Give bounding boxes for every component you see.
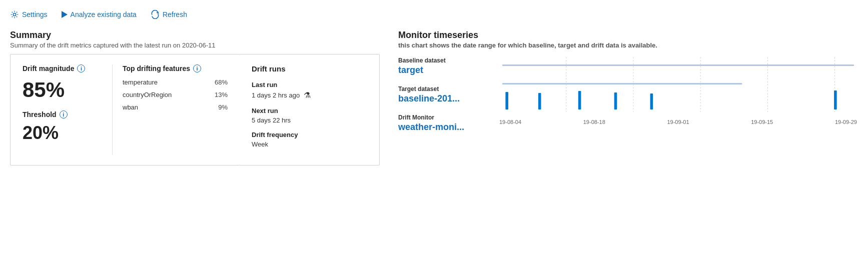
- date-label-3: 19-09-15: [751, 119, 773, 125]
- svg-rect-7: [502, 83, 742, 84]
- top-drifting-label: Top drifting features i: [123, 64, 228, 72]
- drift-runs-card: Drift runs Last run 1 days 2 hrs ago ⚗ N…: [240, 54, 380, 166]
- target-dataset-value[interactable]: baseline-201...: [398, 94, 498, 104]
- baseline-dataset-label: Baseline dataset: [398, 57, 498, 64]
- drift-runs-label: Drift runs: [252, 64, 367, 73]
- ts-chart-col: 19-08-04 19-08-18 19-09-01 19-09-15 19-0…: [498, 57, 858, 142]
- feature-row-0: temperature 68%: [123, 78, 228, 86]
- feature-row-2: wban 9%: [123, 104, 228, 111]
- next-run-label: Next run: [252, 107, 367, 114]
- feature-name-1: countryOrRegion: [123, 91, 172, 98]
- feature-pct-2: 9%: [218, 104, 228, 111]
- date-label-4: 19-09-29: [835, 119, 857, 125]
- date-label-1: 19-08-18: [583, 119, 605, 125]
- ts-labels-col: Baseline dataset target Target dataset b…: [398, 57, 498, 142]
- feature-name-0: temperature: [123, 78, 158, 86]
- analyze-label: Analyze existing data: [71, 10, 137, 18]
- svg-rect-11: [614, 92, 617, 110]
- top-drifting-info-icon[interactable]: i: [193, 64, 201, 72]
- drift-magnitude-col: Drift magnitude i 85% Threshold i 20%: [23, 64, 113, 155]
- drift-monitor-label: Drift Monitor: [398, 114, 498, 121]
- svg-rect-8: [505, 92, 508, 110]
- date-label-0: 19-08-04: [499, 119, 521, 125]
- timeseries-body: Baseline dataset target Target dataset b…: [398, 57, 858, 142]
- drift-freq-label: Drift frequency: [252, 131, 367, 138]
- next-run-value: 5 days 22 hrs: [252, 116, 367, 124]
- monitor-subtitle: this chart shows the date range for whic…: [398, 42, 858, 49]
- drift-monitor-value[interactable]: weather-moni...: [398, 122, 498, 132]
- summary-left-card: Drift magnitude i 85% Threshold i 20% To…: [10, 54, 240, 166]
- svg-rect-10: [578, 91, 581, 110]
- flask-icon: ⚗: [304, 90, 311, 100]
- feature-pct-0: 68%: [215, 78, 228, 86]
- svg-point-0: [13, 13, 16, 16]
- threshold-info-icon[interactable]: i: [60, 110, 68, 118]
- refresh-button[interactable]: Refresh: [151, 8, 187, 21]
- date-axis: 19-08-04 19-08-18 19-09-01 19-09-15 19-0…: [498, 119, 858, 125]
- ts-chart-area: [498, 57, 858, 117]
- summary-cards-row: Drift magnitude i 85% Threshold i 20% To…: [10, 54, 390, 166]
- refresh-icon: [151, 10, 160, 19]
- threshold-value: 20%: [23, 122, 102, 144]
- settings-label: Settings: [22, 10, 48, 18]
- target-dataset-label: Target dataset: [398, 86, 498, 92]
- summary-title: Summary: [10, 30, 390, 40]
- svg-rect-9: [538, 93, 541, 110]
- summary-section: Summary Summary of the drift metrics cap…: [10, 30, 390, 166]
- monitor-section: Monitor timeseries this chart shows the …: [398, 30, 858, 142]
- timeseries-chart: [498, 57, 858, 117]
- svg-rect-12: [650, 94, 653, 110]
- gear-icon: [10, 10, 19, 19]
- baseline-dataset-value[interactable]: target: [398, 65, 498, 76]
- date-label-2: 19-09-01: [667, 119, 689, 125]
- drift-magnitude-info-icon[interactable]: i: [77, 64, 85, 72]
- threshold-label: Threshold i: [23, 110, 102, 118]
- feature-row-1: countryOrRegion 13%: [123, 91, 228, 98]
- summary-subtitle: Summary of the drift metrics captured wi…: [10, 42, 390, 49]
- drift-freq-value: Week: [252, 140, 367, 148]
- settings-button[interactable]: Settings: [10, 8, 48, 21]
- drift-magnitude-label: Drift magnitude i: [23, 64, 102, 72]
- svg-rect-6: [502, 64, 854, 66]
- play-icon: [62, 11, 68, 18]
- svg-rect-13: [834, 90, 837, 110]
- feature-name-2: wban: [123, 104, 138, 111]
- drift-magnitude-value: 85%: [23, 78, 102, 102]
- last-run-label: Last run: [252, 81, 367, 88]
- main-layout: Summary Summary of the drift metrics cap…: [10, 30, 858, 166]
- toolbar: Settings Analyze existing data Refresh: [10, 8, 858, 21]
- analyze-button[interactable]: Analyze existing data: [62, 8, 137, 20]
- top-drifting-col: Top drifting features i temperature 68% …: [113, 64, 228, 155]
- last-run-value: 1 days 2 hrs ago ⚗: [252, 90, 367, 100]
- feature-pct-1: 13%: [215, 91, 228, 98]
- refresh-label: Refresh: [163, 10, 187, 18]
- monitor-title: Monitor timeseries: [398, 30, 858, 40]
